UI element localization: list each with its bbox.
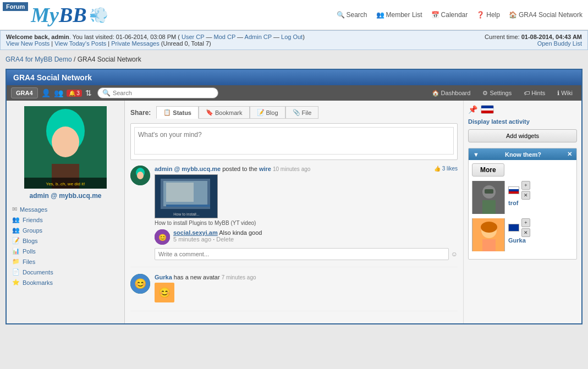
sidebar-item-friends[interactable]: 👥 Friends (7, 214, 124, 225)
gear-icon: ⚙ (482, 90, 488, 97)
sidebar-item-blogs[interactable]: 📝 Blogs (7, 235, 124, 246)
gra4-toolbar-button[interactable]: GRA4 (11, 87, 38, 98)
comment-user-link[interactable]: social.sexyi.am (173, 229, 218, 236)
close-icon[interactable]: ✕ (567, 151, 572, 158)
comment-avatar: 😊 (155, 229, 170, 245)
user-suggestion-trof: + ✕ trof (472, 181, 573, 214)
last-visit-text: You last visited: 01-06-2014, 03:08 PM ( (73, 34, 180, 40)
post-input[interactable] (134, 127, 454, 155)
gurka-user-link[interactable]: Gurka (155, 274, 172, 280)
private-messages-link[interactable]: Private Messages (111, 40, 159, 47)
svg-rect-12 (166, 183, 194, 202)
social-nav-link[interactable]: 🏠 GRA4 Social Network (509, 11, 582, 19)
activity-user-link[interactable]: admin @ mybb.ucq.me (155, 166, 221, 172)
avatar-toolbar-button[interactable]: 👤 (41, 89, 51, 97)
log-out-link[interactable]: Log Out (281, 34, 303, 40)
comment-input[interactable] (155, 248, 449, 260)
memberlist-nav-link[interactable]: 👥 Member List (376, 11, 422, 19)
mod-cp-link[interactable]: Mod CP (214, 34, 236, 40)
help-nav-link[interactable]: ❓ Help (476, 11, 500, 19)
wire-link[interactable]: wire (259, 166, 271, 172)
admin-cp-link[interactable]: Admin CP (245, 34, 272, 40)
sidebar-item-documents[interactable]: 📄 Documents (7, 267, 124, 277)
pm-status: (Unread 0, Total 7) (161, 40, 211, 47)
svg-text:😊: 😊 (134, 278, 147, 290)
add-widgets-button[interactable]: Add widgets (468, 129, 577, 142)
notification-badge: 🔔 3 (67, 90, 82, 97)
hints-toolbar-button[interactable]: 🏷 Hints (519, 88, 549, 98)
tag-icon: 🏷 (524, 90, 530, 96)
comment-icon: ☺ (451, 250, 458, 258)
know-them-section: ▼ Know them? ✕ More (468, 148, 577, 260)
more-button[interactable]: More (472, 163, 504, 177)
share-tab-blog[interactable]: 📝 Blog (250, 106, 285, 119)
sidebar-item-messages[interactable]: ✉ Messages (7, 204, 124, 214)
header: Forum MyBB 💨 🔍 Search 👥 Member List 📅 Ca… (0, 0, 588, 30)
ignore-button-gurka[interactable]: ✕ (521, 228, 530, 237)
settings-toolbar-button[interactable]: ⚙ Settings (478, 88, 516, 98)
gurka-info: + ✕ Gurka (508, 218, 530, 244)
welcome-text: Welcome back, admin. You last visited: 0… (6, 34, 305, 40)
main-layout: Yes, b..ch, we did it! admin @ mybb.ucq.… (7, 101, 581, 323)
sidebar-item-polls[interactable]: 📊 Polls (7, 246, 124, 256)
display-activity-link[interactable]: Display latest activity (468, 118, 577, 125)
calendar-nav-link[interactable]: 📅 Calendar (431, 11, 468, 19)
right-top-controls: 📌 (468, 105, 577, 114)
dashboard-toolbar-button[interactable]: 🏠 Dashboard (427, 88, 475, 98)
add-friend-button-gurka[interactable]: + (521, 218, 530, 227)
comment-delete-link[interactable]: Delete (216, 236, 234, 243)
comment-input-area: ☺ (155, 248, 458, 260)
sidebar-item-files[interactable]: 📁 Files (7, 256, 124, 267)
gurka-username: Gurka (508, 237, 530, 244)
en-flag (508, 224, 519, 232)
breadcrumb-separator: / (74, 56, 78, 63)
share-tab-bookmark[interactable]: 🔖 Bookmark (199, 106, 250, 119)
know-them-title: Know them? (505, 151, 541, 158)
sidebar-item-groups[interactable]: 👥 Groups (7, 225, 124, 235)
cloud-icon: 💨 (89, 6, 108, 24)
trof-info: + ✕ trof (508, 181, 530, 206)
activity-item: admin @ mybb.ucq.me posted to the wire 1… (130, 166, 458, 267)
search-bar: 🔍 (97, 87, 218, 98)
sidebar-item-bookmarks[interactable]: ⭐ Bookmarks (7, 277, 124, 288)
welcome-username: admin (51, 34, 69, 40)
ignore-button[interactable]: ✕ (521, 191, 530, 200)
view-new-posts-link[interactable]: View New Posts (6, 40, 50, 47)
share-tab-file[interactable]: 📎 File (285, 106, 319, 119)
pin-icon: 📌 (468, 105, 477, 114)
trof-username: trof (508, 200, 530, 206)
gurka-avatar (472, 218, 505, 251)
left-sidebar: Yes, b..ch, we did it! admin @ mybb.ucq.… (7, 101, 125, 323)
video-thumb: How to install... (155, 174, 218, 218)
blog-icon: 📝 (257, 109, 265, 116)
bookmark-icon: 🔖 (206, 109, 213, 116)
share-label: Share: (130, 109, 151, 117)
search-nav-link[interactable]: 🔍 Search (337, 11, 367, 19)
add-friend-button[interactable]: + (521, 181, 530, 190)
activity-action: posted to the (222, 166, 257, 172)
view-today-posts-link[interactable]: View Today's Posts (54, 40, 106, 47)
status-icon: 📋 (163, 109, 171, 116)
user-suggestion-gurka: + ✕ Gurka (472, 218, 573, 251)
activity-header: admin @ mybb.ucq.me posted to the wire 1… (155, 166, 458, 172)
share-tab-status[interactable]: 📋 Status (156, 106, 199, 119)
sidebar-menu: ✉ Messages 👥 Friends 👥 Groups 📝 Blogs 📊 … (7, 202, 124, 290)
gra4-title-bar: GRA4 Social Network (7, 70, 581, 85)
logo-area: Forum MyBB 💨 (6, 3, 108, 27)
breadcrumb-home[interactable]: GRA4 for MyBB Demo (6, 56, 72, 63)
right-sidebar: 📌 Display latest activity Add widgets ▼ … (463, 101, 581, 323)
sort-toolbar-button[interactable]: ⇅ (85, 89, 92, 97)
svg-point-8 (137, 172, 144, 179)
activity-content: admin @ mybb.ucq.me posted to the wire 1… (155, 166, 458, 260)
profile-link[interactable]: admin @ mybb.ucq.me (29, 192, 101, 200)
friends-toolbar-button[interactable]: 👥 (54, 89, 63, 97)
activity-avatar-gurka: 😊 (130, 274, 150, 294)
know-them-body: More (469, 160, 576, 259)
profile-name: admin @ mybb.ucq.me (7, 189, 124, 202)
video-thumbnail: How to install... How to install Plugins… (155, 174, 458, 226)
wiki-toolbar-button[interactable]: ℹ Wiki (553, 88, 577, 98)
avatar-new-thumb: 😊 (155, 283, 458, 304)
user-cp-link[interactable]: User CP (182, 34, 204, 40)
open-buddy-list-link[interactable]: Open Buddy List (537, 40, 582, 47)
search-input[interactable] (113, 90, 213, 96)
